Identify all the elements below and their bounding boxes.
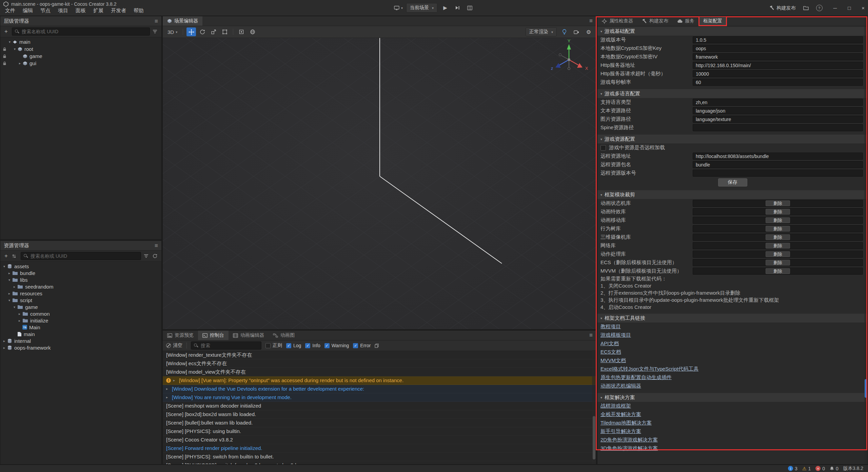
doc-link[interactable]: 战棋游戏框架	[600, 403, 631, 409]
log-row[interactable]: [Window] model_view文件夹不存在	[163, 368, 596, 376]
log-row[interactable]: [Scene] [PHYSICS]: using builtin.	[163, 427, 596, 436]
filter-warning[interactable]: ✓Warning	[324, 343, 349, 348]
scene-settings-button[interactable]: ⚙	[584, 27, 593, 36]
hierarchy-node[interactable]: game	[0, 53, 161, 60]
asset-node[interactable]: ▸oops-framework	[0, 344, 161, 351]
checkbox[interactable]: ✓	[353, 343, 358, 348]
chevron-right-icon[interactable]: ▸	[17, 61, 22, 65]
chevron-down-icon[interactable]: ▾	[7, 40, 12, 44]
delete-button[interactable]: 删除	[766, 217, 790, 223]
hierarchy-node[interactable]: ▾root	[0, 45, 161, 53]
property-input[interactable]	[693, 70, 863, 77]
inspector-tab-1[interactable]: 构建发布	[637, 16, 673, 26]
asset-node[interactable]: main	[0, 331, 161, 337]
render-mode-select[interactable]: 正常渲染 ▾	[526, 27, 557, 36]
asset-node[interactable]: ▸common	[0, 310, 161, 317]
asset-node[interactable]: ▾game	[0, 303, 161, 310]
scene-viewport[interactable]: Y X z	[163, 38, 596, 329]
chevron-right-icon[interactable]: ▸	[2, 346, 7, 350]
doc-link[interactable]: 2D角色扮演游戏解决方案	[600, 437, 658, 443]
property-input[interactable]	[693, 161, 863, 168]
log-row[interactable]: [Scene] meshopt wasm decoder initialized	[163, 402, 596, 410]
doc-link[interactable]: 原生包热更新配置自动生成插件	[600, 374, 672, 381]
error-count[interactable]: × 0	[815, 466, 825, 471]
log-row[interactable]: [Scene] [box2d]:box2d wasm lib loaded.	[163, 410, 596, 419]
delete-button[interactable]: 删除	[766, 226, 790, 232]
property-input[interactable]	[693, 170, 863, 177]
help-button[interactable]: ?	[816, 5, 823, 11]
inspector-scrollbar[interactable]	[864, 16, 868, 464]
filter-log[interactable]: ✓Log	[286, 343, 301, 348]
doc-link[interactable]: 全栈开发解决方案	[600, 411, 641, 418]
console-tab-2[interactable]: 动画编辑器	[229, 331, 269, 340]
log-row[interactable]: ▸[Window] Download the Vue Devtools exte…	[163, 385, 596, 393]
property-input[interactable]	[693, 62, 863, 69]
inspector-tab-0[interactable]: 属性检查器	[597, 16, 637, 26]
console-tab-3[interactable]: 动画图	[269, 331, 299, 340]
hierarchy-search-field[interactable]	[21, 28, 147, 35]
asset-node[interactable]: ▸resources	[0, 290, 161, 297]
axis-gizmo[interactable]: Y X z	[551, 38, 588, 71]
panel-menu-icon[interactable]: ≡	[589, 332, 593, 338]
log-row[interactable]: !▸[Window] [Vue warn]: Property "onInput…	[163, 376, 596, 385]
warning-count[interactable]: ⚠ 1	[802, 466, 811, 471]
filter-icon[interactable]	[153, 29, 159, 34]
clear-console-button[interactable]: 清空	[166, 342, 182, 349]
doc-link[interactable]: 游戏模板项目	[600, 332, 631, 338]
property-input[interactable]	[693, 36, 863, 43]
log-row[interactable]: [Scene] Cocos Creator v3.8.2	[163, 436, 596, 444]
property-input[interactable]	[693, 79, 863, 86]
asset-node[interactable]: ▾libs	[0, 276, 161, 283]
filter-info[interactable]: ✓Info	[305, 343, 320, 348]
lock-icon[interactable]	[2, 61, 7, 65]
regex-checkbox-group[interactable]: 正则	[265, 342, 282, 349]
filter-error[interactable]: ✓Error	[353, 343, 371, 348]
rotate-tool-button[interactable]	[198, 27, 207, 36]
property-input[interactable]	[693, 107, 863, 114]
inspector-tab-2[interactable]: 服务	[673, 16, 699, 26]
asset-node[interactable]: ▸internal	[0, 337, 161, 344]
minimize-button[interactable]: ─	[833, 5, 837, 11]
delete-button[interactable]: 删除	[766, 209, 790, 215]
filter-icon[interactable]	[144, 254, 150, 258]
menu-item[interactable]: 项目	[54, 6, 72, 16]
play-button[interactable]: ▶	[441, 3, 450, 12]
property-input[interactable]	[693, 153, 863, 160]
section-header[interactable]: ▾游戏资源配置	[597, 135, 868, 143]
hierarchy-search-input[interactable]	[12, 27, 150, 36]
build-publish-button[interactable]: 构建发布	[769, 5, 796, 11]
console-search-field[interactable]	[200, 342, 258, 349]
property-input[interactable]	[693, 45, 863, 52]
log-row[interactable]: [Window] render_texture文件夹不存在	[163, 351, 596, 359]
lock-icon[interactable]	[2, 47, 7, 51]
console-tab-console[interactable]: 控制台	[198, 331, 229, 340]
menu-item[interactable]: 帮助	[130, 6, 147, 16]
mode-3d-button[interactable]: 3D ▾	[165, 27, 179, 36]
rect-tool-button[interactable]	[220, 27, 230, 36]
hierarchy-node[interactable]: ▾main	[0, 38, 161, 45]
add-node-button[interactable]: +	[3, 28, 9, 35]
chevron-right-icon[interactable]: ▸	[12, 285, 17, 289]
delete-button[interactable]: 删除	[766, 251, 790, 257]
property-input[interactable]	[693, 124, 863, 131]
log-row[interactable]: [Scene] [bullet]:bullet wasm lib loaded.	[163, 419, 596, 427]
sort-icon[interactable]	[12, 254, 18, 258]
remote-load-checkbox[interactable]	[600, 145, 606, 151]
section-header[interactable]: ▾游戏基础配置	[597, 27, 868, 36]
delete-button[interactable]: 删除	[766, 268, 790, 274]
chevron-down-icon[interactable]: ▾	[7, 298, 12, 302]
camera-view-button[interactable]	[572, 27, 581, 36]
panel-menu-icon[interactable]: ≡	[155, 18, 158, 24]
chevron-down-icon[interactable]: ▾	[7, 278, 12, 282]
console-search-input[interactable]	[191, 341, 261, 350]
console-tab-0[interactable]: 资源预览	[163, 331, 198, 340]
save-button[interactable]: 保存	[718, 178, 747, 186]
maximize-button[interactable]: □	[848, 5, 851, 11]
scrollbar-thumb[interactable]	[593, 416, 595, 459]
doc-link[interactable]: 3D角色扮演游戏解决方案	[600, 445, 658, 452]
assets-search-field[interactable]	[30, 253, 138, 259]
scrollbar-thumb[interactable]	[865, 379, 867, 398]
close-button[interactable]: ×	[862, 5, 865, 11]
log-row[interactable]: [Scene] [PHYSICS2D]: switch from box2d-w…	[163, 461, 596, 464]
refresh-icon[interactable]	[153, 254, 159, 258]
